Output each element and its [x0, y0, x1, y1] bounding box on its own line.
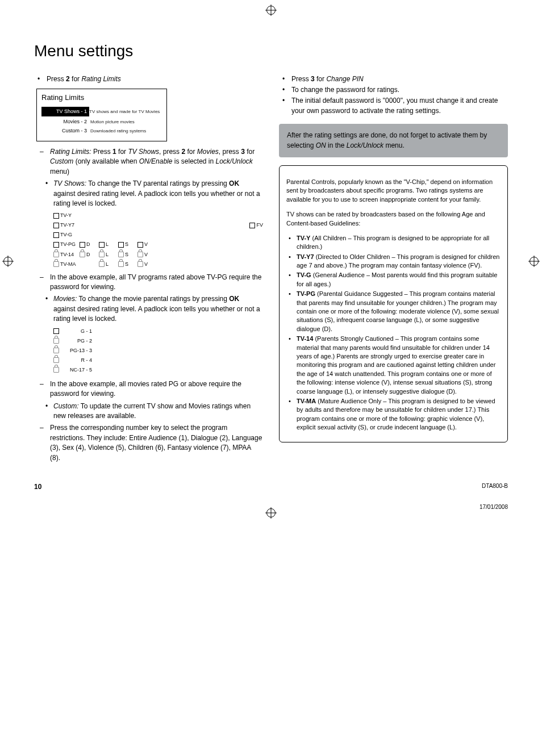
lead: TV Shows:: [53, 179, 86, 187]
grid-row: TV-Y: [53, 212, 263, 219]
action: Lock/Unlock: [216, 157, 253, 165]
checkbox-icon: [99, 242, 105, 248]
rating-desc: (General Audience – Most parents would f…: [297, 272, 497, 287]
text: To change the movie parental ratings by …: [77, 295, 229, 303]
lead: Movies:: [53, 295, 77, 303]
press-2-line: Press 2 for Rating Limits: [34, 74, 263, 84]
vchip-info-box: Parental Controls, popularly known as th…: [279, 165, 508, 443]
checkbox-icon: [53, 223, 59, 228]
tvshows-desc: TV Shows: To change the TV parental rati…: [34, 179, 263, 208]
checkbox-icon: [137, 242, 143, 248]
lock-icon: [137, 261, 143, 267]
lead: Custom:: [53, 402, 79, 410]
ok-key: OK: [229, 295, 239, 303]
custom-desc: Custom: To update the current TV show an…: [34, 402, 263, 421]
lock-icon: [99, 261, 105, 267]
rating-code: TV-PG: [297, 290, 315, 297]
grid-cell: V: [144, 241, 148, 248]
checkbox-icon: [53, 213, 59, 219]
text: is selected in: [172, 157, 215, 165]
key-3: 3: [241, 148, 245, 156]
rating-desc: (Parental Guidance Suggested – This prog…: [297, 290, 499, 332]
panel-label: Custom - 3: [41, 127, 90, 135]
grid-label: TV-G: [60, 231, 72, 239]
rating-code: TV-G: [297, 272, 311, 278]
note-box: After the rating settings are done, do n…: [279, 124, 508, 157]
tv-rating-grid: TV-Y TV-Y7 FV TV-G TV-PG D L S V TV-14 D: [53, 212, 263, 268]
rating-desc: (Mature Audience Only – This program is …: [297, 398, 495, 431]
action-name: Rating Limits: [81, 75, 120, 83]
crop-mark-icon: [266, 6, 276, 15]
rating-code: TV-Y: [297, 235, 310, 241]
text: Press: [291, 75, 311, 83]
text: for: [315, 75, 327, 83]
movie-label: PG - 2: [65, 337, 92, 345]
checkbox-icon: [118, 242, 124, 248]
rating-limits-desc: Rating Limits: Press 1 for TV Shows, pre…: [34, 147, 263, 177]
model-number: DTA800-B: [482, 482, 508, 492]
info-paragraph: TV shows can be rated by broadcasters ba…: [286, 210, 501, 228]
page-number: 10: [34, 482, 41, 492]
rating-item-tvpg: TV-PG (Parental Guidance Suggested – Thi…: [286, 290, 501, 333]
ok-key: OK: [229, 179, 239, 187]
crop-mark-icon: [3, 257, 12, 266]
rating-desc: (Directed to Older Children – This progr…: [297, 253, 499, 269]
lock-icon: [80, 252, 85, 257]
rating-item-tvma: TV-MA (Mature Audience Only – This progr…: [286, 397, 501, 432]
on-label: ON: [316, 141, 326, 149]
text: To change the TV parental ratings by pre…: [86, 179, 229, 187]
page-footer: 10 DTA800-B: [34, 482, 508, 492]
grid-cell: D: [86, 241, 90, 248]
lock-icon: [137, 252, 143, 257]
text: Press: [47, 75, 66, 83]
movie-label: G - 1: [65, 328, 92, 335]
grid-cell: L: [106, 241, 109, 248]
movies-desc: Movies: To change the movie parental rat…: [34, 294, 263, 324]
key-3: 3: [311, 75, 315, 83]
rating-code: TV-MA: [297, 398, 316, 404]
panel-desc: Downloaded rating systems: [90, 128, 162, 135]
default-password-line: The initial default password is "0000", …: [279, 96, 508, 116]
page-title: Menu settings: [34, 40, 508, 63]
text: for: [185, 148, 197, 156]
action-name: Change PIN: [326, 75, 363, 83]
panel-row-custom: Custom - 3 Downloaded rating systems: [41, 127, 162, 135]
movie-label: NC-17 - 5: [65, 366, 92, 374]
text: against desired rating level. A padlock …: [53, 305, 260, 323]
grid-label: TV-MA: [60, 261, 76, 268]
checkbox-icon: [249, 223, 255, 228]
text: menu.: [383, 141, 405, 149]
lock-icon: [53, 357, 59, 363]
rating-item-tvy: TV-Y (All Children – This program is des…: [286, 234, 501, 252]
lock-icon: [99, 252, 105, 257]
grid-cell: V: [144, 261, 148, 268]
text: , press: [219, 148, 241, 156]
panel-label: TV Shows - 1: [41, 107, 89, 116]
lock-icon: [118, 252, 124, 257]
grid-label: TV-Y7: [60, 222, 74, 229]
grid-row: TV-PG D L S V: [53, 241, 263, 248]
panel-desc: Motion picture movies: [90, 119, 162, 126]
text: for: [116, 148, 128, 156]
text: To update the current TV show and Movies…: [53, 402, 251, 420]
rating-item-tvg: TV-G (General Audience – Most parents wo…: [286, 271, 501, 289]
change-password-line: To change the password for ratings.: [279, 85, 508, 95]
grid-cell: S: [125, 251, 128, 258]
action: ON/Enable: [139, 157, 173, 165]
list-item: R - 4: [53, 357, 263, 364]
checkbox-icon: [53, 232, 59, 238]
left-column: Press 2 for Rating Limits Rating Limits …: [34, 74, 263, 465]
key-1: 1: [112, 148, 116, 156]
rating-code: TV-Y7: [297, 253, 314, 260]
lock-icon: [53, 348, 59, 353]
checkbox-icon: [53, 242, 59, 248]
panel-label: Movies - 2: [41, 118, 90, 126]
text: for: [245, 148, 255, 156]
lock-icon: [53, 338, 59, 344]
number-key-note: Press the corresponding number key to se…: [34, 423, 263, 463]
key-2: 2: [66, 75, 70, 83]
grid-label: FV: [256, 222, 263, 229]
grid-label: TV-Y: [60, 212, 72, 219]
text: for: [72, 75, 81, 83]
rating-item-tv14: TV-14 (Parents Strongly Cautioned – This…: [286, 335, 501, 396]
